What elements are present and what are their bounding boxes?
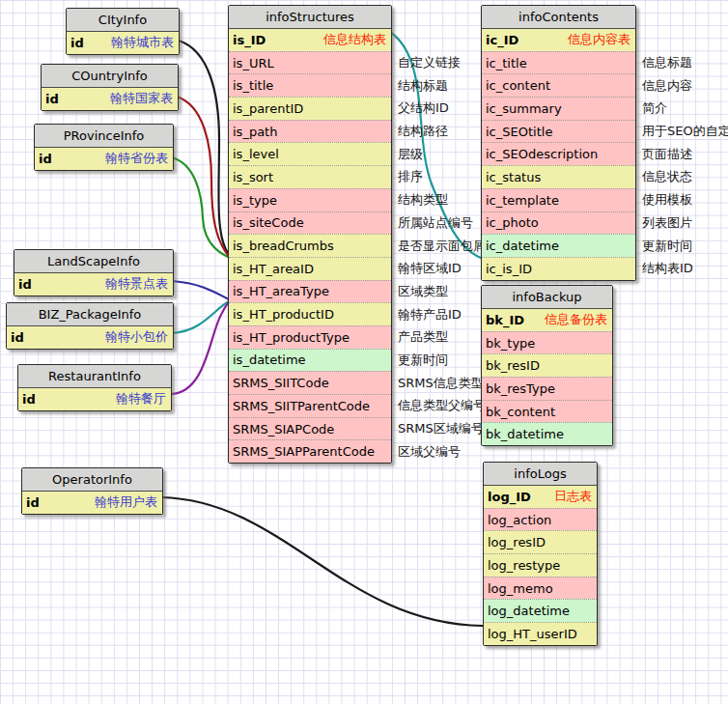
field-row-id[interactable]: id翰特城市表 [67, 32, 179, 54]
field-row-is_ht_areatype[interactable]: is_HT_areaType区域类型 [229, 280, 391, 303]
field-name: id [45, 92, 59, 106]
field-annotation: 结构表ID [642, 260, 693, 277]
field-row-ic_template[interactable]: ic_template使用模板 [482, 188, 635, 211]
table-title[interactable]: OperatorInfo [22, 468, 162, 492]
field-name: ic_ID [486, 33, 518, 47]
field-row-srms_siitparentcode[interactable]: SRMS_SIITParentCode信息类型父编号 [229, 394, 391, 417]
field-annotation: 结构路径 [398, 123, 448, 140]
field-name: bk_ID [486, 313, 524, 327]
field-row-id[interactable]: id翰特小包价 [7, 326, 173, 349]
field-row-is_parentid[interactable]: is_parentID父结构ID [229, 97, 391, 120]
field-row-is_ht_producttype[interactable]: is_HT_productType产品类型 [229, 325, 391, 349]
field-row-id[interactable]: id翰特用户表 [22, 492, 162, 514]
field-row-ic_seotitle[interactable]: ic_SEOtitle用于SEO的自定义标题 [482, 120, 635, 143]
table-biz_packageinfo[interactable]: BIZ_PackageInfoid翰特小包价 [6, 302, 174, 350]
field-row-log_memo[interactable]: log_memo [484, 577, 597, 600]
field-name: ic_datetime [486, 239, 559, 253]
field-row-srms_siapparentcode[interactable]: SRMS_SIAPParentCode区域父编号 [229, 439, 391, 463]
field-annotation: 结构类型 [398, 191, 448, 209]
table-operatorinfo[interactable]: OperatorInfoid翰特用户表 [21, 467, 163, 515]
field-name: is_path [233, 125, 277, 139]
table-infostructures[interactable]: infoStructuresis_ID信息结构表is_URL自定义链接is_ti… [228, 5, 392, 464]
edge-landscapeinfo-infostructures[interactable] [172, 281, 229, 299]
table-title[interactable]: RestaurantInfo [18, 365, 171, 388]
table-title[interactable]: LandScapeInfo [14, 250, 173, 273]
field-row-ic_summary[interactable]: ic_summary简介 [482, 97, 635, 120]
field-row-ic_seodescription[interactable]: ic_SEOdescription页面描述 [482, 142, 635, 165]
table-title[interactable]: CItyInfo [67, 9, 179, 32]
table-landscapeinfo[interactable]: LandScapeInfoid翰特景点表 [14, 249, 174, 296]
table-infocontents[interactable]: infoContentsic_ID信息内容表ic_title信息标题ic_con… [481, 5, 636, 281]
field-row-id[interactable]: id翰特省份表 [35, 148, 173, 170]
table-title[interactable]: infoBackup [482, 286, 612, 309]
field-row-ic_title[interactable]: ic_title信息标题 [482, 51, 635, 74]
field-name: is_HT_productID [233, 307, 334, 322]
field-name: bk_resID [486, 358, 540, 373]
field-row-is_type[interactable]: is_type结构类型 [229, 188, 391, 211]
field-row-log_id[interactable]: log_ID日志表 [484, 486, 597, 508]
field-name: is_sort [233, 170, 273, 184]
table-title[interactable]: infoLogs [484, 463, 597, 486]
table-provinceinfo[interactable]: PRovinceInfoid翰特省份表 [34, 124, 174, 171]
field-row-is_ht_productid[interactable]: is_HT_productID翰特产品ID [229, 302, 391, 325]
table-infobackup[interactable]: infoBackupbk_ID信息备份表bk_typebk_resIDbk_re… [481, 285, 613, 446]
field-row-is_breadcrumbs[interactable]: is_breadCrumbs是否显示面包屑 [229, 234, 391, 257]
field-name: bk_resType [486, 381, 555, 396]
field-row-is_path[interactable]: is_path结构路径 [229, 120, 391, 143]
field-row-log_ht_userid[interactable]: log_HT_userID [484, 622, 597, 645]
edge-restaurantinfo-infostructures[interactable] [171, 302, 229, 394]
table-countryinfo[interactable]: COuntryInfoid翰特国家表 [41, 64, 179, 111]
field-row-ic_content[interactable]: ic_content信息内容 [482, 73, 635, 97]
table-comment: 翰特国家表 [102, 90, 173, 107]
field-name: log_resID [488, 535, 546, 549]
field-row-bk_datetime[interactable]: bk_datetime [482, 422, 612, 445]
field-row-bk_resid[interactable]: bk_resID [482, 353, 612, 377]
field-row-is_sitecode[interactable]: is_siteCode所属站点编号 [229, 211, 391, 235]
field-row-bk_id[interactable]: bk_ID信息备份表 [482, 309, 612, 331]
table-cityinfo[interactable]: CItyInfoid翰特城市表 [66, 8, 180, 55]
diagram-canvas[interactable]: CItyInfoid翰特城市表COuntryInfoid翰特国家表PRovinc… [0, 0, 728, 704]
field-annotation: 更新时间 [642, 238, 692, 255]
field-row-ic_id[interactable]: ic_ID信息内容表 [482, 29, 635, 51]
field-row-log_restype[interactable]: log_restype [484, 553, 597, 577]
table-infologs[interactable]: infoLogslog_ID日志表log_actionlog_resIDlog_… [483, 462, 598, 646]
field-row-is_title[interactable]: is_title结构标题 [229, 73, 391, 97]
table-restaurantinfo[interactable]: RestaurantInfoid翰特餐厅 [17, 364, 172, 411]
field-row-is_datetime[interactable]: is_datetime更新时间 [229, 349, 391, 372]
table-title[interactable]: BIZ_PackageInfo [7, 303, 173, 326]
field-row-srms_siitcode[interactable]: SRMS_SIITCodeSRMS信息类型编号 [229, 371, 391, 394]
table-title[interactable]: infoContents [482, 6, 635, 29]
field-name: is_title [233, 78, 273, 93]
field-row-is_id[interactable]: is_ID信息结构表 [229, 29, 391, 51]
field-annotation: 所属站点编号 [398, 214, 473, 232]
table-title[interactable]: PRovinceInfo [35, 125, 173, 148]
field-row-ic_is_id[interactable]: ic_is_ID结构表ID [482, 257, 635, 280]
field-row-log_datetime[interactable]: log_datetime [484, 599, 597, 622]
field-row-bk_restype[interactable]: bk_resType [482, 377, 612, 400]
field-row-log_action[interactable]: log_action [484, 508, 597, 531]
field-name: SRMS_SIAPParentCode [233, 444, 375, 459]
field-row-ic_datetime[interactable]: ic_datetime更新时间 [482, 234, 635, 257]
field-row-is_ht_areaid[interactable]: is_HT_areaID翰特区域ID [229, 257, 391, 280]
field-row-log_resid[interactable]: log_resID [484, 530, 597, 553]
field-annotation: 用于SEO的自定义标题 [642, 123, 728, 140]
field-row-ic_photo[interactable]: ic_photo列表图片 [482, 211, 635, 235]
field-row-ic_status[interactable]: ic_status信息状态 [482, 165, 635, 188]
field-name: ic_is_ID [486, 262, 532, 276]
field-name: is_level [233, 147, 279, 161]
field-row-is_level[interactable]: is_level层级 [229, 142, 391, 165]
field-row-is_sort[interactable]: is_sort排序 [229, 165, 391, 188]
field-row-bk_type[interactable]: bk_type [482, 331, 612, 354]
field-row-id[interactable]: id翰特餐厅 [18, 388, 171, 410]
field-row-id[interactable]: id翰特国家表 [42, 88, 178, 110]
edge-operatorinfo-infologs[interactable] [161, 497, 483, 626]
table-title[interactable]: infoStructures [229, 6, 391, 29]
table-title[interactable]: COuntryInfo [42, 65, 178, 88]
field-row-id[interactable]: id翰特景点表 [14, 273, 173, 296]
field-row-srms_siapcode[interactable]: SRMS_SIAPCodeSRMS区域编号 [229, 417, 391, 440]
field-row-bk_content[interactable]: bk_content [482, 400, 612, 423]
field-annotation: 层级 [398, 146, 423, 163]
field-annotation: 排序 [398, 168, 423, 185]
field-annotation: 翰特产品ID [398, 306, 462, 324]
field-row-is_url[interactable]: is_URL自定义链接 [229, 51, 391, 74]
